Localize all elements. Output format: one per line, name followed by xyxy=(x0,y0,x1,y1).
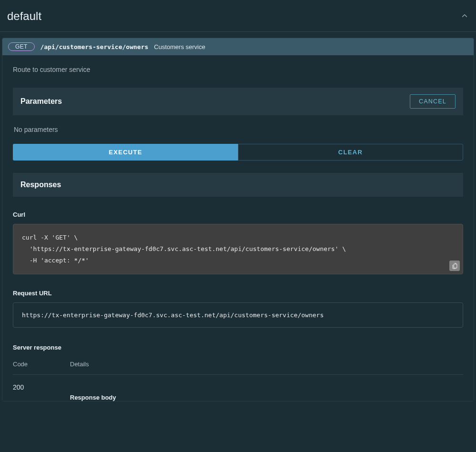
response-row: 200 Response body xyxy=(13,383,463,401)
copy-curl-button[interactable] xyxy=(449,261,460,271)
request-url-label: Request URL xyxy=(13,290,463,297)
operation-container: GET /api/customers-service/owners Custom… xyxy=(2,38,474,402)
curl-command-text: curl -X 'GET' \ 'https://tx-enterprise-g… xyxy=(22,234,346,264)
no-parameters-text: No parameters xyxy=(13,115,463,144)
action-button-row: EXECUTE CLEAR xyxy=(13,144,463,161)
http-method-badge: GET xyxy=(8,42,35,51)
cancel-button[interactable]: CANCEL xyxy=(410,94,456,109)
operation-header[interactable]: GET /api/customers-service/owners Custom… xyxy=(2,38,474,55)
details-column-header: Details xyxy=(70,361,463,368)
responses-heading: Responses xyxy=(20,181,456,189)
operation-description: Route to customer service xyxy=(13,66,463,73)
clipboard-icon xyxy=(452,263,458,269)
clear-button[interactable]: CLEAR xyxy=(238,144,464,161)
curl-label: Curl xyxy=(13,211,463,218)
request-url-block: https://tx-enterprise-gateway-fd0c7.svc.… xyxy=(13,302,463,328)
svg-rect-0 xyxy=(454,264,457,268)
server-response-label: Server response xyxy=(13,344,463,351)
response-body-label: Response body xyxy=(70,394,463,401)
section-title: default xyxy=(7,10,41,23)
response-table-headers: Code Details xyxy=(13,361,463,375)
execute-button[interactable]: EXECUTE xyxy=(13,144,238,161)
response-code: 200 xyxy=(13,383,70,401)
responses-bar: Responses xyxy=(13,173,463,197)
code-column-header: Code xyxy=(13,361,70,368)
operation-path: /api/customers-service/owners xyxy=(40,43,149,50)
response-details-cell: Response body xyxy=(70,383,463,401)
parameters-bar: Parameters CANCEL xyxy=(13,88,463,115)
parameters-heading: Parameters xyxy=(20,97,62,106)
curl-code-block: curl -X 'GET' \ 'https://tx-enterprise-g… xyxy=(13,224,463,274)
chevron-up-icon xyxy=(460,11,469,21)
operation-body: Route to customer service Parameters CAN… xyxy=(2,55,474,401)
section-header[interactable]: default xyxy=(0,0,476,32)
operation-summary: Customers service xyxy=(154,43,206,50)
